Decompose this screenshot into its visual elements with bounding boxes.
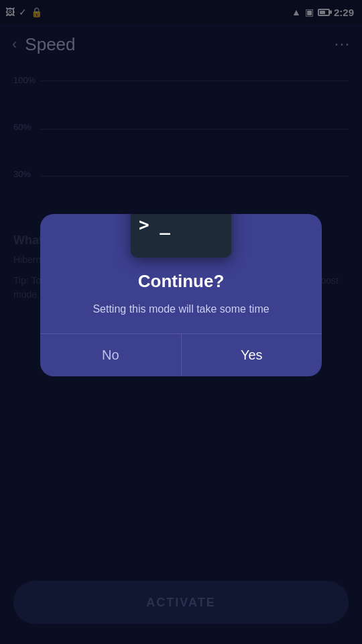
dialog-actions: No Yes [40, 333, 322, 376]
dialog-content: Continue? Setting this mode will take so… [40, 271, 322, 317]
terminal-window: > _ [131, 214, 231, 258]
dialog-title: Continue? [56, 271, 306, 292]
terminal-icon-wrapper: > _ [40, 214, 322, 258]
modal-overlay: > _ Continue? Setting this mode will tak… [0, 0, 362, 644]
no-button[interactable]: No [40, 334, 182, 376]
yes-label: Yes [241, 347, 263, 363]
yes-button[interactable]: Yes [182, 334, 322, 376]
confirm-dialog: > _ Continue? Setting this mode will tak… [40, 214, 322, 376]
terminal-prompt: > _ [139, 215, 170, 235]
no-label: No [102, 347, 119, 363]
terminal-body: > _ [131, 214, 231, 258]
dialog-message: Setting this mode will take some time [56, 301, 306, 317]
